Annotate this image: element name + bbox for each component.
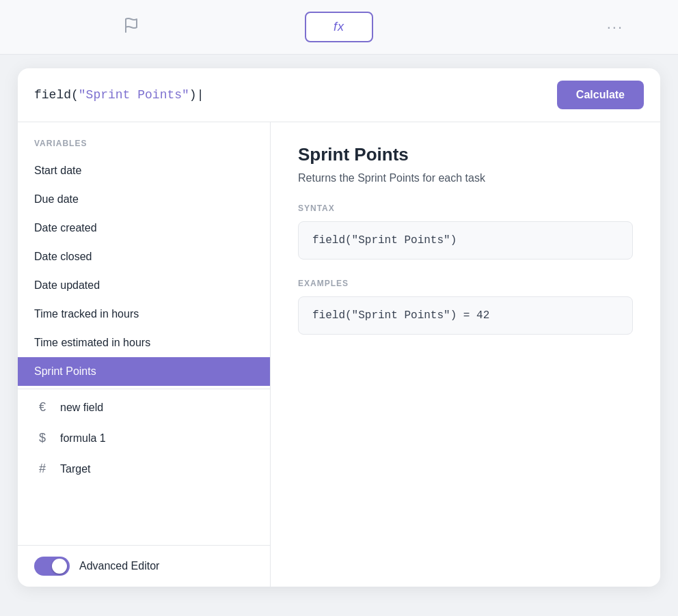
formula-bar: field("Sprint Points")| Calculate: [18, 68, 660, 122]
more-options-icon[interactable]: ···: [607, 18, 623, 36]
divider: [18, 389, 270, 389]
variables-section-label: VARIABLES: [18, 139, 270, 156]
syntax-code-box: field("Sprint Points"): [298, 221, 633, 260]
fx-button[interactable]: fx: [305, 12, 373, 42]
advanced-editor-row: Advanced Editor: [18, 545, 270, 587]
variable-sprint-points[interactable]: Sprint Points: [18, 357, 270, 386]
custom-field-new-field-label: new field: [60, 402, 103, 414]
variable-date-updated[interactable]: Date updated: [18, 271, 270, 300]
toolbar: fx ···: [0, 0, 678, 55]
variable-time-estimated[interactable]: Time estimated in hours: [18, 328, 270, 357]
advanced-editor-toggle[interactable]: [34, 557, 70, 576]
formula-card: field("Sprint Points")| Calculate VARIAB…: [18, 68, 660, 587]
syntax-label: SYNTAX: [298, 204, 633, 213]
custom-field-formula1-label: formula 1: [60, 432, 106, 445]
custom-field-target-label: Target: [60, 463, 90, 475]
formula-prefix: field(: [34, 88, 79, 102]
custom-field-new-field[interactable]: € new field: [18, 392, 270, 423]
dollar-icon: $: [34, 431, 51, 445]
calculate-button[interactable]: Calculate: [557, 81, 644, 109]
variable-date-closed[interactable]: Date closed: [18, 242, 270, 271]
formula-string: "Sprint Points": [79, 88, 189, 102]
variable-time-tracked[interactable]: Time tracked in hours: [18, 300, 270, 328]
right-panel: Sprint Points Returns the Sprint Points …: [271, 122, 660, 587]
field-title: Sprint Points: [298, 144, 633, 165]
examples-code-box: field("Sprint Points") = 42: [298, 296, 633, 335]
card-body: VARIABLES Start date Due date Date creat…: [18, 122, 660, 587]
examples-label: EXAMPLES: [298, 279, 633, 288]
euro-icon: €: [34, 400, 51, 415]
hash-icon: #: [34, 462, 51, 476]
left-panel: VARIABLES Start date Due date Date creat…: [18, 122, 271, 587]
field-description: Returns the Sprint Points for each task: [298, 172, 633, 184]
advanced-editor-label: Advanced Editor: [79, 560, 159, 572]
formula-suffix: )|: [189, 88, 204, 102]
custom-field-formula1[interactable]: $ formula 1: [18, 423, 270, 453]
variable-date-created[interactable]: Date created: [18, 214, 270, 242]
variable-start-date[interactable]: Start date: [18, 156, 270, 185]
variable-due-date[interactable]: Due date: [18, 185, 270, 214]
custom-field-target[interactable]: # Target: [18, 453, 270, 484]
flag-icon[interactable]: [123, 17, 139, 37]
